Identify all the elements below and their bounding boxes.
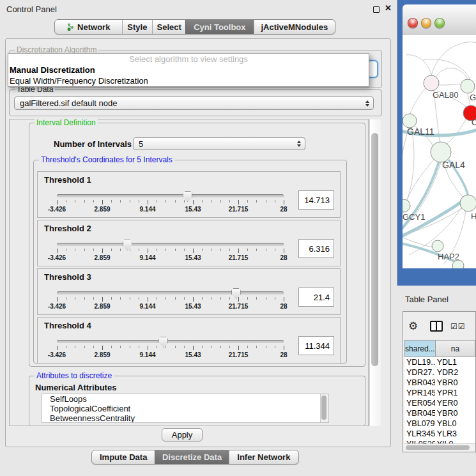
- slider-track[interactable]: [57, 340, 284, 343]
- column-header-shared-name[interactable]: shared...: [404, 340, 436, 357]
- node-label: C: [472, 118, 476, 127]
- close-panel-icon[interactable]: ✕: [385, 3, 392, 13]
- numerical-attributes-label: Numerical Attributes: [35, 383, 116, 392]
- group-title: Interval Definition: [35, 118, 98, 127]
- tick-label: 2.859: [94, 254, 110, 261]
- tab-cyni-toolbox[interactable]: Cyni Toolbox: [185, 20, 254, 34]
- close-light-icon[interactable]: [408, 18, 418, 28]
- attribute-item[interactable]: TopologicalCoefficient: [42, 404, 328, 413]
- slider-tick-labels: -3.4262.8599.14415.4321.71528: [57, 254, 284, 262]
- tab-infer-network[interactable]: Infer Network: [229, 450, 298, 464]
- network-edge: [431, 42, 476, 75]
- number-of-intervals-label: Number of Intervals: [54, 139, 132, 149]
- attribute-item[interactable]: SelfLoops: [42, 394, 328, 404]
- table-row[interactable]: YBR043CYBR0: [404, 378, 475, 388]
- network-node[interactable]: [424, 75, 439, 91]
- table-row[interactable]: YLR345WYLR3: [404, 429, 475, 439]
- cell-name: YBR0: [435, 408, 475, 418]
- threshold-value-input[interactable]: [298, 239, 334, 258]
- select-columns-icons[interactable]: ☑☑: [450, 322, 466, 331]
- threshold-panel: Threshold 2-3.4262.8599.14415.4321.71528: [37, 220, 341, 266]
- table-row[interactable]: YER054CYER0: [404, 398, 475, 408]
- vertical-scrollbar-thumb[interactable]: [371, 133, 378, 366]
- table-row[interactable]: YBR045CYBR0: [404, 408, 475, 418]
- table-row[interactable]: YBL079WYBL0: [404, 418, 475, 429]
- spinner-stepper-icon: [297, 138, 301, 150]
- network-node[interactable]: [403, 199, 410, 212]
- slider-tick-labels: -3.4262.8599.14415.4321.71528: [57, 206, 284, 213]
- screen: Control Panel ✕ Network Style Select Cyn…: [0, 0, 476, 476]
- tick-label: 28: [280, 254, 287, 261]
- tab-discretize-data[interactable]: Discretize Data: [155, 450, 228, 464]
- tab-label: jActiveMNodules: [261, 22, 328, 32]
- dropdown-hint: Select algorithm to view settings: [8, 54, 369, 65]
- table-data-combobox[interactable]: galFiltered.sif default node: [14, 96, 374, 110]
- threshold-label: Threshold 4: [44, 321, 91, 330]
- dropdown-option-equal-width[interactable]: Equal Width/Frequency Discretization: [8, 75, 369, 86]
- float-panel-icon[interactable]: [373, 6, 380, 13]
- cell-name: YBL0: [435, 418, 475, 429]
- column-header-name[interactable]: na: [436, 340, 475, 357]
- slider-track[interactable]: [57, 291, 284, 295]
- tick-label: 15.43: [185, 254, 201, 261]
- threshold-value-input[interactable]: [298, 288, 334, 307]
- cell-shared-name: YBR043C: [404, 378, 435, 388]
- tick-label: 2.859: [94, 303, 110, 310]
- tick-label: 28: [280, 206, 287, 213]
- network-edge: [407, 158, 434, 199]
- tab-style[interactable]: Style: [122, 20, 153, 34]
- attribute-item[interactable]: BetweennessCentrality: [42, 413, 328, 423]
- threshold-label: Threshold 3: [44, 272, 91, 282]
- number-of-intervals-spinner[interactable]: 5: [133, 137, 305, 150]
- attributes-scrollbar-thumb[interactable]: [321, 395, 326, 420]
- columns-icon[interactable]: [430, 321, 443, 332]
- network-node[interactable]: [461, 79, 475, 93]
- node-table: shared... na YDL19...YDL1YDR27...YDR2YBR…: [404, 340, 475, 449]
- tick-label: 28: [280, 303, 287, 310]
- tab-impute-data[interactable]: Impute Data: [92, 450, 155, 464]
- network-node[interactable]: [432, 240, 443, 252]
- apply-button[interactable]: Apply: [162, 428, 203, 441]
- cell-name: YBR0: [435, 378, 475, 388]
- tab-label: Discretize Data: [162, 452, 222, 462]
- cell-shared-name: YLR345W: [404, 429, 435, 439]
- network-node[interactable]: [460, 195, 476, 211]
- tab-select[interactable]: Select: [152, 20, 185, 34]
- table-rows: YDL19...YDL1YDR27...YDR2YBR043CYBR0YPR14…: [404, 357, 475, 449]
- table-row[interactable]: YDL19...YDL1: [404, 357, 475, 367]
- top-tab-bar: Network Style Select Cyni Toolbox jActiv…: [54, 19, 335, 35]
- threshold-value-input[interactable]: [298, 336, 334, 355]
- panel-title: Control Panel: [6, 4, 57, 14]
- node-label: H: [471, 211, 476, 221]
- tab-network[interactable]: Network: [55, 20, 122, 34]
- node-label: HAP2: [438, 252, 459, 261]
- numerical-attributes-list[interactable]: SelfLoopsTopologicalCoefficientBetweenne…: [42, 394, 329, 423]
- zoom-light-icon[interactable]: [434, 18, 445, 28]
- dropdown-option-manual-discretization[interactable]: Manual Discretization: [8, 65, 369, 75]
- network-window-titlebar[interactable]: [403, 4, 476, 35]
- tick-label: 9.144: [139, 303, 155, 310]
- cell-name: YLR3: [435, 429, 475, 439]
- slider-track[interactable]: [57, 194, 284, 197]
- slider-tick-labels: -3.4262.8599.14415.4321.71528: [57, 303, 284, 311]
- horizontal-scrollbar-thumb[interactable]: [406, 445, 470, 450]
- cell-shared-name: YER054C: [404, 398, 435, 408]
- node-label: GAL4: [442, 160, 465, 170]
- table-row[interactable]: YDR27...YDR2: [404, 367, 475, 378]
- threshold-list: Threshold 1-3.4262.8599.14415.4321.71528…: [37, 171, 341, 365]
- cell-name: YPR1: [435, 388, 475, 398]
- slider-track[interactable]: [57, 243, 284, 246]
- network-node[interactable]: [403, 114, 417, 128]
- table-row[interactable]: YPR145WYPR1: [404, 388, 475, 398]
- horizontal-scrollbar[interactable]: [404, 443, 475, 450]
- threshold-value-input[interactable]: [298, 190, 334, 210]
- tick-label: -3.426: [48, 351, 66, 358]
- tab-jactivemnodules[interactable]: jActiveMNodules: [254, 20, 335, 34]
- tick-label: 2.859: [94, 206, 110, 213]
- node-label: GAL80: [433, 90, 458, 100]
- minimize-light-icon[interactable]: [421, 18, 431, 28]
- gear-icon[interactable]: ⚙: [408, 319, 418, 332]
- table-data-value: galFiltered.sif default node: [20, 98, 117, 108]
- cell-shared-name: YDL19...: [404, 357, 435, 367]
- network-canvas[interactable]: GAL80GACGAL11GAL4GCY1HHAP2: [403, 35, 476, 268]
